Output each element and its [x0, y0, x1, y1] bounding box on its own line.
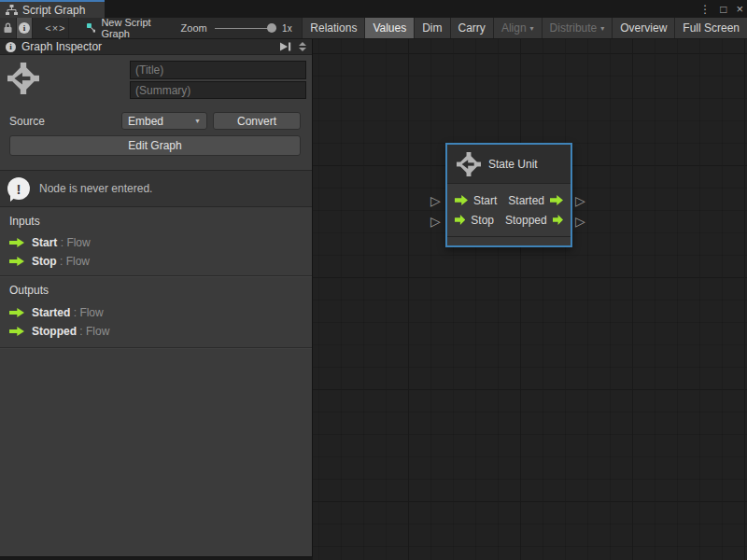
window-menu-icon[interactable]: ⋮	[699, 3, 711, 16]
node-input-outer-port[interactable]: ▷	[430, 215, 441, 228]
toolbar-gap2	[69, 18, 78, 38]
script-graph-icon	[6, 5, 18, 16]
node-output-outer-port[interactable]: ▷	[575, 194, 585, 207]
node-output-port-label[interactable]: Stopped	[505, 214, 547, 227]
zoom-slider-handle[interactable]	[267, 23, 276, 33]
state-unit-node-footer	[447, 236, 571, 245]
inputs-heading: Inputs	[9, 215, 40, 228]
inspector-port-item: Started : Flow	[9, 306, 104, 319]
graph-inspector-title: Graph Inspector	[21, 40, 102, 53]
align-button[interactable]: Align ▾	[493, 18, 542, 38]
fullscreen-label: Full Screen	[683, 21, 740, 35]
overview-button[interactable]: Overview	[612, 18, 674, 38]
relations-label: Relations	[310, 21, 357, 35]
graph-toolbar: i <×> New Script Graph Zoom 1x Relations…	[0, 18, 747, 39]
edit-graph-label: Edit Graph	[128, 139, 181, 152]
flow-port-icon	[9, 308, 24, 317]
graph-title-input[interactable]	[130, 61, 306, 79]
window-controls: ⋮ □ ×	[699, 0, 743, 18]
section-separator	[0, 275, 312, 276]
node-input-port-label[interactable]: Stop	[471, 214, 494, 227]
flow-port-icon[interactable]	[455, 195, 468, 205]
zoom-level: 1x	[282, 18, 292, 38]
convert-button[interactable]: Convert	[213, 112, 301, 130]
state-unit-icon-large	[7, 62, 39, 95]
lock-icon	[3, 22, 13, 34]
expand-panel-icon[interactable]	[279, 42, 291, 51]
inspector-port-item: Start : Flow	[9, 236, 91, 249]
inspector-toggle-button[interactable]: i	[17, 18, 34, 38]
node-output-port-label[interactable]: Started	[508, 194, 544, 207]
edit-graph-button[interactable]: Edit Graph	[9, 135, 301, 156]
dropdown-caret-icon: ▼	[194, 118, 201, 124]
node-input-outer-port[interactable]: ▷	[430, 194, 441, 207]
node-title: State Unit	[488, 158, 538, 171]
relations-button[interactable]: Relations	[302, 18, 364, 38]
toolbar-gap	[33, 18, 42, 38]
panel-scroll-arrows[interactable]	[299, 42, 306, 51]
values-button[interactable]: Values	[364, 18, 414, 38]
state-unit-node-header[interactable]: State Unit	[447, 145, 571, 184]
flow-port-icon	[9, 327, 24, 336]
flow-port-icon[interactable]	[550, 195, 563, 205]
graph-canvas[interactable]: ▷ ▷ ▷ ▷ State Unit	[313, 39, 747, 560]
port-row: Stop Stopped	[455, 214, 563, 227]
code-icon: <×>	[45, 22, 65, 34]
port-type: Flow	[66, 255, 90, 268]
inspector-port-item: Stop : Flow	[9, 255, 90, 268]
source-dropdown-value: Embed	[128, 115, 163, 128]
port-separator: :	[61, 236, 63, 249]
port-type: Flow	[86, 325, 109, 338]
flow-port-icon	[9, 238, 24, 247]
tab-title: Script Graph	[22, 4, 85, 17]
source-dropdown[interactable]: Embed ▼	[121, 112, 207, 130]
new-graph-icon	[87, 21, 96, 35]
carry-label: Carry	[458, 21, 486, 35]
graph-summary-input[interactable]	[130, 81, 306, 99]
tab-bar: Script Graph ⋮ □ ×	[0, 0, 747, 18]
lock-button[interactable]	[0, 18, 17, 38]
dim-button[interactable]: Dim	[414, 18, 449, 38]
unity-script-graph-window: Script Graph ⋮ □ × i <×>	[0, 0, 747, 560]
flow-port-icon[interactable]	[553, 215, 563, 225]
align-caret-icon: ▾	[530, 24, 534, 33]
node-output-outer-port[interactable]: ▷	[575, 215, 585, 228]
port-type: Flow	[79, 306, 103, 319]
port-type: Flow	[66, 236, 90, 249]
distribute-button[interactable]: Distribute ▾	[542, 18, 613, 38]
warning-text: Node is never entered.	[39, 182, 152, 195]
new-graph-label: New Script Graph	[101, 17, 158, 39]
port-name: Started	[32, 306, 70, 319]
carry-button[interactable]: Carry	[450, 18, 493, 38]
code-view-button[interactable]: <×>	[42, 18, 69, 38]
window-maximize-icon[interactable]: □	[720, 3, 726, 16]
zoom-label: Zoom	[181, 18, 207, 38]
window-close-icon[interactable]: ×	[736, 2, 743, 16]
graph-inspector-panel: i Graph Inspector	[0, 39, 313, 557]
flow-port-icon[interactable]	[455, 215, 465, 225]
convert-label: Convert	[237, 115, 276, 128]
section-separator	[0, 347, 312, 348]
flow-port-icon	[9, 257, 24, 266]
fullscreen-button[interactable]: Full Screen	[674, 18, 747, 38]
port-name: Start	[32, 236, 57, 249]
distribute-label: Distribute	[550, 21, 598, 35]
warning-icon: !	[7, 177, 30, 200]
new-script-graph-button[interactable]: New Script Graph	[79, 18, 168, 38]
port-row: Start Started	[455, 194, 563, 207]
warning-icon-tail	[10, 196, 17, 202]
state-unit-node[interactable]: State Unit Start Started Stop Stopped	[445, 143, 572, 247]
distribute-caret-icon: ▾	[600, 24, 604, 33]
node-input-port-label[interactable]: Start	[473, 194, 497, 207]
warning-box: ! Node is never entered.	[0, 170, 312, 207]
scroll-down-icon[interactable]	[299, 48, 306, 51]
state-unit-icon	[457, 152, 481, 176]
graph-inspector-header: i Graph Inspector	[0, 39, 312, 55]
zoom-slider[interactable]	[215, 18, 276, 38]
tab-script-graph[interactable]: Script Graph	[0, 0, 105, 18]
source-label: Source	[9, 115, 45, 128]
port-separator: :	[74, 306, 77, 319]
port-name: Stopped	[32, 325, 77, 338]
scroll-up-icon[interactable]	[299, 42, 306, 46]
overview-label: Overview	[620, 21, 667, 35]
